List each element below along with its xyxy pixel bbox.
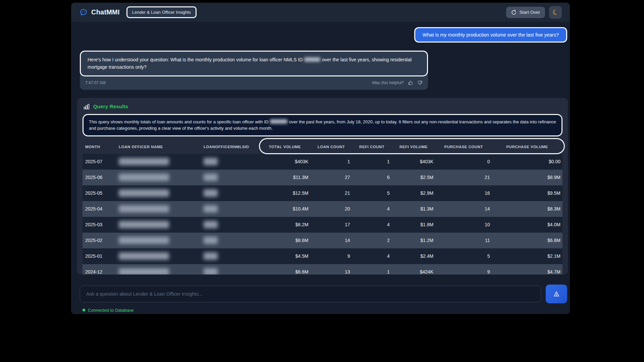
assistant-text-before: Here's how I understood your question: W… (88, 57, 303, 62)
cell-officer-name (116, 154, 201, 170)
cell-officer-nmlsid (201, 233, 259, 248)
redacted-officer-name-blur (119, 205, 169, 213)
theme-toggle-button[interactable]: ☾ (549, 6, 562, 19)
query-description-box: This query shows monthly totals of loan … (83, 114, 562, 136)
col-header-refi-volume: Refi Volume (392, 140, 435, 154)
cell-purchase-count: 9 (435, 264, 492, 275)
cell-refi-count: 4 (352, 217, 392, 233)
refresh-icon (511, 10, 517, 15)
query-description-before: This query shows monthly totals of loan … (89, 119, 268, 124)
redacted-officer-nmlsid-blur (204, 174, 218, 181)
cell-refi-volume: $1.3M (392, 201, 435, 217)
cell-month: 2025-01 (83, 248, 116, 264)
cell-refi-count: 6 (352, 170, 392, 185)
cell-purchase-count: 14 (435, 201, 492, 217)
cell-loan-count: 9 (310, 248, 352, 264)
user-message-bubble: What is my monthly production volume ove… (414, 27, 567, 43)
cell-officer-name (116, 248, 201, 264)
query-results-title: Query Results (93, 104, 128, 109)
cell-refi-count: 2 (352, 233, 392, 248)
chat-scroll-area[interactable]: What is my monthly production volume ove… (71, 22, 570, 314)
redacted-officer-nmlsid-blur (204, 205, 218, 213)
table-row: 2025-01$4.5M94$2.4M5$2.1M (83, 248, 562, 264)
bar-chart-icon (83, 103, 90, 110)
redacted-officer-name-blur (119, 158, 169, 165)
assistant-message-bubble: Here's how I understood your question: W… (80, 51, 428, 76)
thumbs-down-button[interactable] (417, 80, 423, 85)
cell-purchase-volume: $9.5M (492, 185, 562, 201)
cell-loan-count: 17 (310, 217, 352, 233)
cell-officer-name (116, 185, 201, 201)
results-table: Month Loan Officer Name LoanOfficerNMLSI… (83, 140, 562, 275)
start-over-label: Start Over (519, 10, 540, 15)
brand: ChatMMI (79, 8, 120, 17)
cell-total-volume: $6.6M (259, 264, 310, 275)
app-title: ChatMMI (91, 8, 120, 16)
redacted-nmls-id-blur (304, 57, 320, 62)
cell-total-volume: $4.5M (259, 248, 310, 264)
start-over-button[interactable]: Start Over (506, 7, 545, 18)
col-header-month: Month (83, 140, 116, 154)
col-header-loanofficernmlsid: LoanOfficerNMLSID (201, 140, 259, 154)
redacted-officer-nmlsid-blur (204, 158, 218, 165)
redacted-id-blur (270, 119, 287, 124)
cell-loan-count: 13 (310, 264, 352, 275)
cell-purchase-volume: $0.00 (492, 154, 562, 170)
cell-officer-nmlsid (201, 248, 259, 264)
cell-month: 2025-05 (83, 185, 116, 201)
table-row: 2025-05$12.5M215$2.9M16$9.5M (83, 185, 562, 201)
cell-officer-nmlsid (201, 170, 259, 185)
redacted-officer-name-blur (119, 221, 169, 228)
cell-purchase-count: 21 (435, 170, 492, 185)
table-row: 2024-12$6.6M131$424K9$4.7M (83, 264, 562, 275)
cell-refi-volume: $2.5M (392, 170, 435, 185)
cell-purchase-volume: $8.3M (492, 201, 562, 217)
cell-officer-name (116, 170, 201, 185)
thumbs-down-icon (417, 80, 423, 85)
cell-purchase-volume: $4.7M (492, 264, 562, 275)
table-row: 2025-04$10.4M204$1.3M14$8.3M (83, 201, 562, 217)
context-badge: Lender & Loan Officer Insights (126, 6, 197, 18)
cell-officer-nmlsid (201, 201, 259, 217)
cell-loan-count: 1 (310, 154, 352, 170)
cell-refi-volume: $1.8M (392, 217, 435, 233)
app-header: ChatMMI Lender & Loan Officer Insights S… (71, 3, 570, 22)
user-message-row: What is my monthly production volume ove… (77, 27, 567, 43)
table-row: 2025-02$8.6M142$1.2M11$6.8M (83, 233, 562, 248)
cell-total-volume: $8.6M (259, 233, 310, 248)
cell-officer-nmlsid (201, 264, 259, 275)
redacted-officer-nmlsid-blur (204, 221, 218, 228)
redacted-officer-nmlsid-blur (204, 252, 218, 260)
thumbs-up-button[interactable] (408, 80, 413, 85)
cell-refi-count: 1 (352, 264, 392, 275)
cell-loan-count: 14 (310, 233, 352, 248)
cell-purchase-volume: $4.0M (492, 217, 562, 233)
cell-purchase-count: 16 (435, 185, 492, 201)
status-text: Connected to Database (88, 308, 134, 313)
cell-refi-count: 5 (352, 185, 392, 201)
table-row: 2025-06$11.3M276$2.5M21$8.9M (83, 170, 562, 185)
cell-refi-count: 4 (352, 248, 392, 264)
redacted-officer-name-blur (119, 268, 169, 275)
table-header-row: Month Loan Officer Name LoanOfficerNMLSI… (83, 140, 562, 154)
redacted-officer-name-blur (119, 174, 169, 181)
cell-month: 2024-12 (83, 264, 116, 275)
cell-purchase-count: 10 (435, 217, 492, 233)
cell-purchase-count: 0 (435, 154, 492, 170)
cell-purchase-count: 11 (435, 233, 492, 248)
cell-purchase-volume: $6.8M (492, 233, 562, 248)
cell-refi-volume: $424K (392, 264, 435, 275)
cell-officer-name (116, 233, 201, 248)
cell-month: 2025-07 (83, 154, 116, 170)
cell-refi-volume: $1.2M (392, 233, 435, 248)
cell-refi-count: 4 (352, 201, 392, 217)
cell-month: 2025-04 (83, 201, 116, 217)
chat-bubble-logo-icon (79, 8, 88, 17)
redacted-officer-name-blur (119, 189, 169, 197)
cell-purchase-volume: $8.9M (492, 170, 562, 185)
question-input[interactable] (80, 286, 541, 302)
cell-total-volume: $403K (259, 154, 310, 170)
cell-purchase-volume: $2.1M (492, 248, 562, 264)
results-table-wrap: Month Loan Officer Name LoanOfficerNMLSI… (83, 140, 562, 275)
send-button[interactable] (546, 285, 567, 303)
